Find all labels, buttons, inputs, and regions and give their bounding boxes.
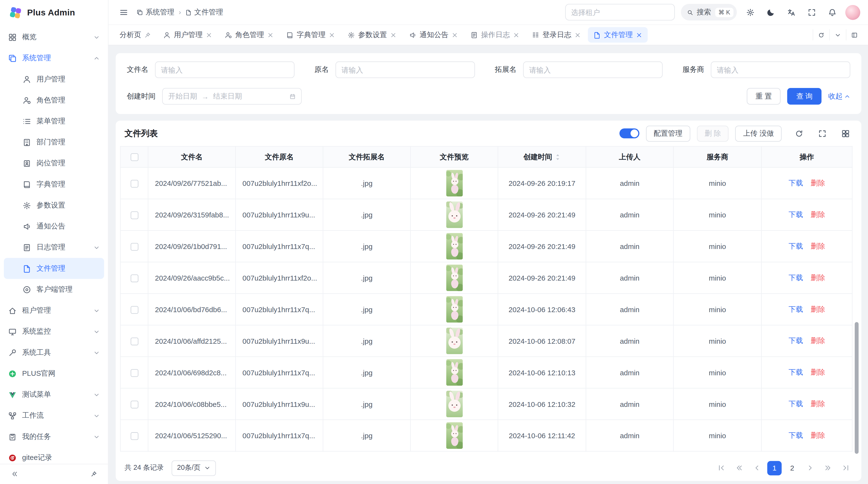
delete-link[interactable]: 删除 <box>811 336 825 346</box>
row-checkbox[interactable] <box>130 243 138 251</box>
date-range-picker[interactable]: 开始日期 → 结束日期 <box>162 88 302 105</box>
page-number-1[interactable]: 1 <box>767 461 782 475</box>
close-icon[interactable] <box>206 32 212 38</box>
tab-operation-log[interactable]: 操作日志 <box>465 27 525 43</box>
row-checkbox[interactable] <box>130 274 138 282</box>
next-page-button[interactable] <box>803 461 817 475</box>
app-logo[interactable]: Plus Admin <box>0 0 108 26</box>
fullscreen-button[interactable] <box>804 5 819 20</box>
sidebar-item-workflow[interactable]: 工作流 <box>0 405 108 426</box>
pin-icon[interactable] <box>86 467 101 481</box>
hamburger-menu-button[interactable] <box>116 5 131 20</box>
sidebar-item-log-management[interactable]: 日志管理 <box>0 237 108 258</box>
page-size-select[interactable]: 20条/页 <box>172 460 216 476</box>
file-preview-thumbnail[interactable] <box>446 296 462 323</box>
origin-name-input[interactable] <box>342 66 469 74</box>
sidebar-item-tenant-management[interactable]: 租户管理 <box>0 300 108 321</box>
sidebar-item-system-monitor[interactable]: 系统监控 <box>0 321 108 342</box>
tab-login-log[interactable]: 登录日志 <box>526 27 586 43</box>
file-name-input[interactable] <box>161 66 288 74</box>
file-preview-thumbnail[interactable] <box>446 170 462 196</box>
refresh-icon[interactable] <box>792 126 806 140</box>
tab-analysis[interactable]: 分析页 <box>114 27 156 43</box>
row-checkbox[interactable] <box>130 180 138 188</box>
sidebar-item-dept-management[interactable]: 部门管理 <box>0 132 108 153</box>
sidebar-item-system-tools[interactable]: 系统工具 <box>0 342 108 363</box>
reset-button[interactable]: 重 置 <box>747 88 781 105</box>
tab-role-management[interactable]: 角色管理 <box>219 27 279 43</box>
file-preview-thumbnail[interactable] <box>446 201 462 228</box>
sidebar-item-post-management[interactable]: 岗位管理 <box>0 153 108 174</box>
close-icon[interactable] <box>329 32 335 38</box>
close-icon[interactable] <box>636 32 642 38</box>
pin-icon[interactable] <box>145 32 151 38</box>
provider-input[interactable] <box>717 66 844 74</box>
sidebar-item-param-settings[interactable]: 参数设置 <box>0 195 108 216</box>
column-settings-grid-icon[interactable] <box>838 126 852 140</box>
download-link[interactable]: 下载 <box>789 399 803 409</box>
dark-mode-moon-button[interactable] <box>763 5 778 20</box>
table-scrollbar[interactable] <box>855 322 859 454</box>
close-icon[interactable] <box>390 32 396 38</box>
file-preview-thumbnail[interactable] <box>446 264 462 291</box>
row-checkbox[interactable] <box>130 212 138 219</box>
delete-link[interactable]: 删除 <box>811 241 825 251</box>
download-link[interactable]: 下载 <box>789 210 803 220</box>
tab-param-settings[interactable]: 参数设置 <box>342 27 402 43</box>
extension-input[interactable] <box>529 66 656 74</box>
sidebar-item-overview[interactable]: 概览 <box>0 27 108 47</box>
prev-page-button[interactable] <box>750 461 764 475</box>
tenant-select-input[interactable] <box>571 8 669 16</box>
delete-link[interactable]: 删除 <box>811 430 825 440</box>
page-number-2[interactable]: 2 <box>785 461 800 475</box>
settings-gear-button[interactable] <box>743 5 757 20</box>
sort-icon[interactable] <box>554 153 560 161</box>
config-manage-button[interactable]: 配置管理 <box>646 125 690 141</box>
row-checkbox[interactable] <box>130 369 138 377</box>
breadcrumb-system[interactable]: 系统管理 <box>137 7 174 17</box>
close-icon[interactable] <box>452 32 458 38</box>
row-checkbox[interactable] <box>130 400 138 408</box>
delete-link[interactable]: 删除 <box>811 399 825 409</box>
last-page-button[interactable] <box>838 461 852 475</box>
download-link[interactable]: 下载 <box>789 273 803 283</box>
search-button[interactable]: 查 询 <box>787 88 822 105</box>
delete-link[interactable]: 删除 <box>811 304 825 314</box>
download-link[interactable]: 下载 <box>789 430 803 440</box>
close-icon[interactable] <box>575 32 581 38</box>
row-checkbox[interactable] <box>130 432 138 440</box>
download-link[interactable]: 下载 <box>789 304 803 314</box>
sidebar-item-my-tasks[interactable]: 我的任务 <box>0 426 108 447</box>
sidebar-item-notice[interactable]: 通知公告 <box>0 216 108 237</box>
fullscreen-icon[interactable] <box>815 126 830 140</box>
tenant-select[interactable] <box>565 4 675 21</box>
download-link[interactable]: 下载 <box>789 367 803 377</box>
row-checkbox[interactable] <box>130 306 138 314</box>
user-avatar[interactable] <box>845 5 860 20</box>
sidebar-collapse-button[interactable] <box>7 467 22 481</box>
notification-bell-button[interactable] <box>825 5 839 20</box>
download-link[interactable]: 下载 <box>789 178 803 188</box>
delete-link[interactable]: 删除 <box>811 210 825 220</box>
collapse-filters-link[interactable]: 收起 <box>828 91 850 101</box>
sidebar-item-plus-website[interactable]: PLUS官网 <box>0 363 108 384</box>
file-preview-thumbnail[interactable] <box>446 233 462 260</box>
upload-button[interactable]: 上传 没做 <box>735 125 782 141</box>
layout-panel-icon[interactable] <box>846 29 863 40</box>
file-preview-thumbnail[interactable] <box>446 359 462 386</box>
tab-notice[interactable]: 通知公告 <box>404 27 463 43</box>
close-icon[interactable] <box>268 32 273 38</box>
sidebar-item-system-management[interactable]: 系统管理 <box>0 47 108 68</box>
delete-button[interactable]: 删 除 <box>697 125 728 141</box>
delete-link[interactable]: 删除 <box>811 178 825 188</box>
download-link[interactable]: 下载 <box>789 241 803 251</box>
tab-file-management[interactable]: 文件管理 <box>588 27 648 43</box>
translate-button[interactable] <box>784 5 798 20</box>
delete-link[interactable]: 删除 <box>811 367 825 377</box>
sidebar-item-gitee-record[interactable]: gitee记录 <box>0 447 108 463</box>
jump-forward-button[interactable] <box>820 461 835 475</box>
delete-link[interactable]: 删除 <box>811 273 825 283</box>
sidebar-item-test-menu[interactable]: 测试菜单 <box>0 384 108 405</box>
global-search-button[interactable]: 搜索 ⌘ K <box>681 4 737 21</box>
file-preview-thumbnail[interactable] <box>446 422 462 449</box>
